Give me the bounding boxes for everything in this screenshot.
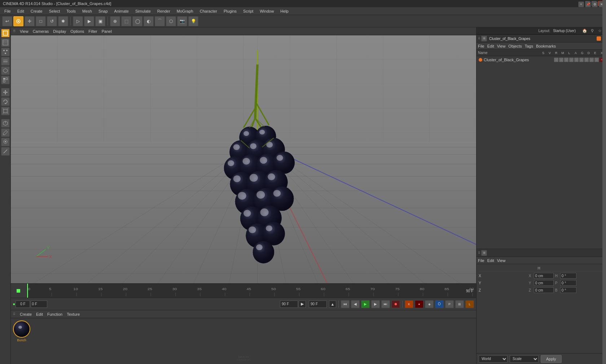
menu-simulate[interactable]: Simulate (132, 8, 154, 14)
layer-btn[interactable]: L (465, 300, 474, 308)
obj-menu-tags[interactable]: Tags (525, 44, 533, 48)
sphere-button[interactable]: ◯ (132, 16, 142, 26)
attr-menu-edit[interactable]: Edit (487, 258, 494, 263)
attr-menu-file[interactable]: File (478, 258, 484, 263)
cube-button[interactable]: ⬚ (121, 16, 131, 26)
menu-tools[interactable]: Tools (63, 8, 79, 14)
transform-mode-select[interactable]: Scale Position Rotation (510, 355, 539, 363)
menu-help[interactable]: Help (277, 8, 291, 14)
obj-row-grapes[interactable]: Cluster_of_Black_Grapes ○ ○ ○ ○ ○ ○ ○ ○ … (477, 57, 605, 63)
grid-mode-btn[interactable]: ⊞ (455, 300, 464, 308)
obj-icon-v[interactable]: ○ (559, 58, 563, 62)
menu-render[interactable]: Render (154, 8, 173, 14)
attr-p-input[interactable] (560, 280, 576, 286)
uvw-mode-tool[interactable] (1, 76, 10, 84)
record-btn[interactable]: ⏺ (391, 300, 400, 308)
menu-create[interactable]: Create (28, 8, 45, 14)
attr-z-pos-input[interactable] (534, 287, 554, 293)
goto-start-btn[interactable]: ⏮ (341, 300, 350, 308)
light-button[interactable]: 💡 (188, 16, 198, 26)
vp-pin-btn[interactable]: 📌 (585, 1, 591, 7)
grid-button[interactable]: ⬡ (166, 16, 176, 26)
camera-button[interactable]: 📷 (177, 16, 187, 26)
rotate-tool-button[interactable]: ↺ (47, 16, 57, 26)
paint-tool[interactable] (1, 138, 10, 146)
obj-icon-g[interactable]: ○ (584, 58, 589, 62)
menu-mograph[interactable]: MoGraph (174, 8, 196, 14)
undo-button[interactable]: ↩ (2, 16, 12, 26)
menu-animate[interactable]: Animate (111, 8, 132, 14)
frame-input-2[interactable] (32, 301, 46, 307)
obj-icon-a[interactable]: ○ (579, 58, 584, 62)
render-output-button[interactable]: ▣ (95, 16, 105, 26)
attr-menu-view[interactable]: View (497, 258, 506, 263)
viewport-drag-handle[interactable]: ⠿ (13, 29, 16, 33)
apply-button[interactable]: Apply (541, 355, 562, 363)
attr-b-input[interactable] (560, 287, 576, 293)
obj-menu-view[interactable]: View (497, 44, 506, 48)
render-view-button[interactable]: ▶ (84, 16, 94, 26)
model-mode-tool[interactable] (1, 29, 10, 37)
total-frame-arrow[interactable]: ▲ (329, 301, 336, 308)
mat-menu-create[interactable]: Create (20, 312, 32, 316)
material-bunch[interactable]: Bunch (13, 320, 30, 350)
menu-character[interactable]: Character (197, 8, 220, 14)
key-all-btn[interactable]: K (405, 300, 413, 308)
polygon-mode-tool[interactable] (1, 66, 10, 75)
obj-menu-file[interactable]: File (478, 44, 484, 48)
path-mode-btn[interactable]: P (445, 300, 454, 308)
sweep-button[interactable]: ◐ (144, 16, 154, 26)
current-frame-input[interactable] (16, 301, 30, 308)
obj-icon-r[interactable]: ○ (564, 58, 568, 62)
rotate-tool-left[interactable] (1, 97, 10, 106)
menu-script[interactable]: Script (240, 8, 256, 14)
texture-mode-tool[interactable] (1, 38, 10, 47)
attr-h-input[interactable] (560, 273, 576, 279)
null-button[interactable]: ⊕ (110, 16, 120, 26)
obj-menu-bookmarks[interactable]: Bookmarks (536, 44, 556, 48)
object-select-mode-btn[interactable]: O (435, 300, 444, 308)
obj-menu-objects[interactable]: Objects (508, 44, 522, 48)
material-drag-handle[interactable]: ⠿ (13, 312, 16, 316)
obj-icon-btn-1[interactable]: ⊞ (481, 36, 487, 41)
prev-frame-btn[interactable]: ◀ (351, 300, 360, 308)
viewport-menu-display[interactable]: Display (53, 29, 66, 34)
attr-icon-btn[interactable]: ⊞ (481, 250, 487, 256)
move-tool-left[interactable] (1, 88, 10, 97)
select-tool-button[interactable] (13, 16, 23, 26)
goto-end-btn[interactable]: ⏭ (381, 300, 390, 308)
obj-icon-m[interactable]: ○ (569, 58, 574, 62)
viewport-menu-view[interactable]: View (20, 29, 28, 34)
extrude-tool[interactable] (1, 119, 10, 128)
layout-home-icon[interactable]: 🏠 (581, 28, 588, 34)
obj-icon-l[interactable]: ○ (574, 58, 579, 62)
obj-menu-edit[interactable]: Edit (487, 44, 494, 48)
viewport-menu-options[interactable]: Options (70, 29, 84, 34)
motion-clip-btn[interactable]: ◈ (425, 300, 434, 308)
auto-key-btn[interactable]: ● (415, 300, 423, 308)
scale-tool-button[interactable]: □ (36, 16, 46, 26)
play-btn[interactable]: ▶ (361, 300, 370, 308)
attr-y-pos-input[interactable] (534, 280, 554, 286)
scale-tool-left[interactable] (1, 107, 10, 115)
mat-menu-function[interactable]: Function (47, 312, 62, 316)
brush-tool[interactable] (1, 128, 10, 137)
viewport-menu-cameras[interactable]: Cameras (33, 29, 49, 34)
menu-select[interactable]: Select (46, 8, 63, 14)
menu-edit[interactable]: Edit (14, 8, 27, 14)
menu-window[interactable]: Window (257, 8, 277, 14)
spline-button[interactable]: ⌒ (155, 16, 165, 26)
viewport-menu-filter[interactable]: Filter (88, 29, 97, 34)
menu-file[interactable]: File (1, 8, 14, 14)
attr-x-pos-input[interactable] (534, 273, 554, 279)
transform-button[interactable]: ✱ (58, 16, 68, 26)
frame-end-arrow[interactable]: ▶ (299, 301, 306, 308)
vertex-mode-tool[interactable] (1, 48, 10, 56)
timeline-ruler[interactable]: 0 5 10 15 20 25 30 35 (11, 283, 476, 298)
obj-icon-e[interactable]: ○ (594, 58, 599, 62)
edge-mode-tool[interactable] (1, 57, 10, 66)
vp-maximize-btn[interactable]: + (578, 1, 584, 7)
obj-icon-s[interactable]: ○ (554, 58, 558, 62)
vp-settings-btn[interactable]: ⚙ (592, 1, 598, 7)
move-tool-button[interactable]: ✛ (25, 16, 35, 26)
